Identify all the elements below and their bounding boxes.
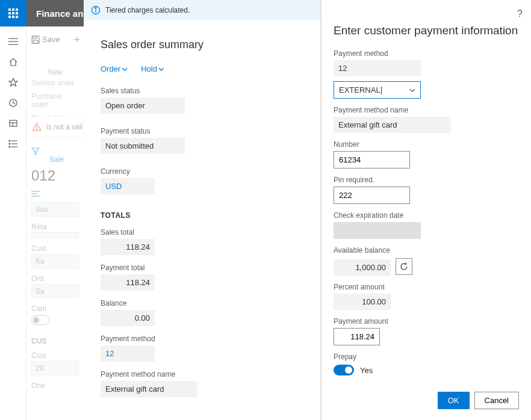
pin-label: Pin required. [334,176,519,184]
info-bar: Tiered charges calculated. [84,0,320,20]
payment-status-label: Payment status [101,127,303,135]
order-dropdown[interactable]: Order [101,64,128,73]
payment-total-value: 118.24 [101,274,155,291]
payment-method-name-sum-value: External gift card [101,381,197,397]
list-icon[interactable] [0,134,26,154]
info-text: Tiered charges calculated. [105,6,190,14]
currency-label: Currency [101,167,303,176]
payment-total-label: Payment total [101,264,303,272]
svg-point-16 [9,140,10,141]
menu-purchase-order[interactable]: Purchase order [31,90,79,111]
save-label: Save [42,35,60,44]
menu-service-order[interactable]: Service order [31,76,79,90]
back-reta-label: Reta [31,223,79,231]
svg-rect-4 [12,12,14,14]
app-launcher-icon[interactable] [0,0,26,26]
help-icon[interactable]: ? [517,8,523,19]
payment-method-name-value: External gift card [334,117,451,133]
hamburger-icon[interactable] [0,31,26,52]
new-icon[interactable]: + [73,34,80,46]
sales-order-summary-panel: Tiered charges calculated. Sales order s… [84,0,321,420]
payment-method-label: Payment method [334,49,519,58]
svg-point-20 [9,146,10,147]
workspace-icon[interactable] [0,113,26,134]
expiration-value [334,222,421,239]
chevron-down-icon [409,87,415,93]
svg-rect-5 [16,12,18,14]
star-icon[interactable] [0,72,26,93]
warning-icon [32,122,42,132]
prepay-label: Prepay [334,353,519,361]
totals-header: TOTALS [101,211,303,220]
filter-icon[interactable] [31,147,79,155]
percent-amount-value: 100.00 [334,294,391,310]
svg-point-26 [36,129,37,129]
svg-point-18 [9,143,10,144]
ok-button[interactable]: OK [438,392,470,409]
collapse-icon[interactable] [31,190,79,197]
svg-rect-7 [12,16,14,18]
back-cust-label: Cust [31,244,79,253]
payment-info-panel: ? Enter customer payment information Pay… [321,0,531,420]
save-button[interactable]: Save [31,32,79,46]
chevron-down-icon [158,66,164,72]
svg-rect-2 [16,8,18,11]
summary-title: Sales order summary [101,39,303,51]
external-dropdown-value: EXTERNAL [339,85,382,94]
modal-title: Enter customer payment information [334,24,519,37]
back-page-content: Sale 012 Sou Reta Cust Ka Ord Sa Com CUS… [26,141,84,396]
hold-dropdown[interactable]: Hold [141,64,164,73]
svg-rect-13 [10,120,17,126]
back-com-label: Com [31,304,79,313]
home-icon[interactable] [0,52,26,72]
new-label: New [31,68,79,76]
back-ord-label: Ord [31,274,79,283]
back-cust-value: Ka [31,254,79,268]
prepay-toggle[interactable] [334,365,354,375]
expiration-label: Check expiration date [334,211,519,220]
back-ord-value: Sa [31,284,79,298]
external-dropdown[interactable]: EXTERNAL [334,81,421,99]
warning-bar: is not a vali [26,116,84,138]
available-balance-label: Available balance [334,246,519,255]
available-balance-value: 1,000.00 [334,259,391,276]
info-icon [91,5,101,15]
back-com-toggle[interactable] [31,315,49,325]
sales-status-value: Open order [101,97,185,114]
svg-rect-6 [8,16,11,18]
back-one-label: One [31,381,79,390]
order-dropdown-label: Order [101,64,120,73]
balance-value: 0.00 [101,310,155,326]
percent-amount-label: Percent amount [334,283,519,291]
payment-method-name-label: Payment method name [334,106,519,114]
sales-status-label: Sales status [101,87,303,95]
hold-dropdown-label: Hold [141,64,157,73]
payment-method-sum-value[interactable]: 12 [101,345,155,362]
number-label: Number [334,140,519,149]
refresh-balance-button[interactable] [396,258,412,275]
pin-input[interactable] [334,187,410,204]
back-cust2-value: 20 [31,361,79,375]
back-cus-section: CUS [31,337,79,345]
cancel-button[interactable]: Cancel [474,392,519,409]
clock-icon[interactable] [0,93,26,113]
prepay-toggle-text: Yes [360,366,373,375]
payment-amount-input[interactable] [334,328,380,345]
svg-rect-3 [8,12,11,14]
svg-rect-1 [12,8,14,11]
svg-point-32 [95,8,96,9]
number-input[interactable] [334,151,410,168]
currency-value[interactable]: USD [101,178,155,194]
svg-rect-0 [8,8,11,11]
back-sales-header: Sale [49,155,64,164]
svg-rect-24 [33,40,38,43]
app-rail [0,0,26,420]
payment-status-value: Not submitted [101,138,185,154]
svg-rect-8 [16,16,18,18]
payment-method-name-sum-label: Payment method name [101,370,303,378]
back-cust2-label: Cust [31,351,79,360]
back-order-number: 012 [31,167,79,184]
balance-label: Balance [101,299,303,307]
sales-total-value: 118.24 [101,239,155,255]
app-title: Finance an [36,8,83,19]
